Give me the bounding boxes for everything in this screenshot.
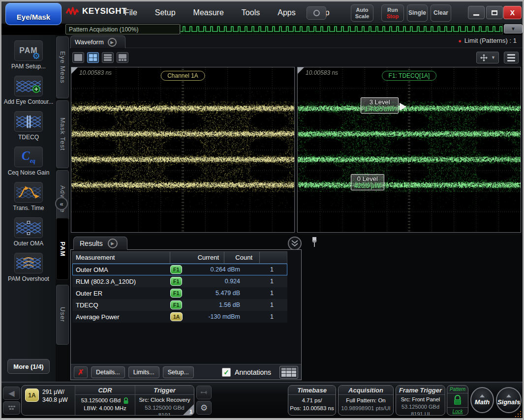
resize-grip[interactable] bbox=[515, 411, 522, 417]
minimize-button[interactable] bbox=[468, 6, 485, 19]
frame-trigger-status[interactable]: Frame Trigger Src: Front Panel 53.125000… bbox=[396, 385, 445, 416]
camera-icon bbox=[313, 10, 320, 16]
details-button[interactable]: Details... bbox=[91, 366, 125, 378]
more-measurements-button[interactable]: More (1/4) bbox=[7, 359, 50, 374]
sidebar-item-tdecq[interactable]: TDECQ bbox=[1, 111, 56, 141]
menu-apps[interactable]: Apps bbox=[269, 8, 304, 17]
annotation-0-level[interactable]: 0 Level 420.0 µW bbox=[351, 174, 384, 190]
layout-quad-button[interactable] bbox=[87, 52, 99, 63]
keysight-spark-icon bbox=[66, 6, 79, 16]
close-button[interactable]: X bbox=[503, 6, 522, 19]
channel-cdr-trigger-group[interactable]: 1A 291 µW/ 340.8 µW CDR 53.125000 GBd LB… bbox=[21, 385, 194, 416]
signals-button[interactable]: Signals bbox=[496, 387, 522, 413]
eye-panel-tdecq-f1[interactable]: 10.00583 ns F1: TDECQ[1A] 3 Level 1.4825… bbox=[297, 67, 521, 233]
delete-measurement-button[interactable]: ✗ bbox=[74, 366, 88, 378]
pattern-lock-status[interactable]: Pattern Lock bbox=[447, 385, 468, 416]
sidebar-collapse-button[interactable]: « bbox=[55, 197, 68, 210]
measurement-name: Average Power bbox=[73, 313, 170, 321]
sidebar-item-ceq-noise-gain[interactable]: Ceq Ceq Noise Gain bbox=[1, 147, 56, 177]
run-stop-button[interactable]: Run Stop bbox=[381, 4, 404, 22]
annotations-toggle[interactable]: ✓ Annotations bbox=[222, 368, 271, 377]
measurement-count: 1 bbox=[245, 301, 280, 308]
play-icon[interactable]: ▶ bbox=[108, 38, 117, 47]
table-row[interactable]: Average Power 1A -130 mdBm 1 bbox=[72, 311, 287, 323]
single-button[interactable]: Single bbox=[407, 4, 428, 22]
tab-mask-test[interactable]: Mask Test bbox=[56, 100, 69, 168]
menu-tools[interactable]: Tools bbox=[233, 8, 269, 17]
play-icon[interactable]: ▶ bbox=[108, 239, 118, 248]
measurement-name: Outer ER bbox=[73, 290, 170, 297]
table-header-row: Measurement Current Count bbox=[72, 251, 287, 264]
layout-rows-button[interactable] bbox=[102, 52, 114, 63]
setup-button[interactable]: Setup... bbox=[163, 366, 194, 378]
table-row[interactable]: Outer OMA F1 0.264 dBm 1 bbox=[72, 264, 287, 275]
sidebar-item-pam-setup[interactable]: PAM ⚙ PAM Setup... bbox=[1, 40, 56, 70]
settings-button[interactable]: ⚙ bbox=[196, 401, 212, 415]
cdr-status[interactable]: CDR 53.125000 GBd LBW: 4.000 MHz bbox=[75, 386, 135, 415]
column-count[interactable]: Count bbox=[224, 252, 260, 263]
measurement-current: 1.56 dB bbox=[191, 301, 245, 308]
results-pin-button[interactable] bbox=[310, 237, 319, 248]
acquisition-status[interactable]: Acquisition Full Pattern: On 10.98998901… bbox=[338, 385, 394, 416]
trigger-status[interactable]: Trigger Src: Clock Recovery 53.125000 GB… bbox=[135, 386, 194, 415]
pattern-strip-dropdown-button[interactable]: ▼ bbox=[504, 24, 523, 33]
source-badge-f1: F1 bbox=[170, 289, 182, 298]
menu-measure[interactable]: Measure bbox=[185, 8, 233, 17]
sidebar-item-outer-oma[interactable]: Outer OMA bbox=[1, 217, 56, 247]
channel-1a-source-pill[interactable]: Channel 1A bbox=[160, 71, 205, 81]
panel-back-button[interactable]: ◀ bbox=[3, 387, 20, 400]
table-row[interactable]: RLM (802.3 A_120D) F1 0.924 1 bbox=[72, 275, 287, 287]
annotation-3-level[interactable]: 3 Level 1.4825 mW bbox=[361, 97, 399, 114]
sidebar-item-trans-time[interactable]: Trans. Time bbox=[1, 182, 56, 212]
frame-trigger-title: Frame Trigger bbox=[396, 386, 445, 395]
tab-user[interactable]: User bbox=[56, 285, 69, 345]
acquisition-title: Acquisition bbox=[339, 386, 393, 395]
clear-button[interactable]: Clear bbox=[431, 4, 451, 22]
measurement-current: 5.479 dB bbox=[191, 290, 245, 297]
tab-eye-meas[interactable]: Eye Meas bbox=[56, 36, 69, 98]
usb-panel-button[interactable] bbox=[196, 386, 212, 399]
auto-scale-button[interactable]: Auto Scale bbox=[351, 4, 373, 22]
panel-grid-button[interactable] bbox=[3, 401, 20, 415]
display-menu-button[interactable] bbox=[504, 52, 519, 63]
layout-single-button[interactable] bbox=[72, 52, 84, 63]
layout-mixed-button[interactable] bbox=[117, 52, 128, 63]
menu-file[interactable]: File bbox=[116, 8, 146, 17]
math-button[interactable]: Math bbox=[470, 387, 494, 413]
usb-icon bbox=[200, 390, 208, 395]
timebase-title: Timebase bbox=[288, 386, 336, 395]
maximize-button[interactable] bbox=[486, 6, 503, 19]
channel-1a-status[interactable]: 1A 291 µW/ 340.8 µW bbox=[22, 386, 75, 415]
measurement-count: 1 bbox=[245, 290, 280, 297]
limit-dot-icon: ● bbox=[458, 38, 462, 44]
table-row[interactable]: TDECQ F1 1.56 dB 1 bbox=[72, 299, 287, 311]
results-tab[interactable]: Results ▶ bbox=[73, 237, 127, 250]
column-current[interactable]: Current bbox=[191, 252, 224, 263]
close-icon: X bbox=[510, 9, 515, 17]
limits-button[interactable]: Limits... bbox=[128, 366, 159, 378]
eye-mask-mode-tab[interactable]: Eye/Mask bbox=[5, 3, 62, 25]
stop-label: Stop bbox=[387, 13, 399, 20]
timebase-status[interactable]: Timebase 4.71 ps/ Pos: 10.00583 ns bbox=[288, 385, 336, 416]
tab-pam[interactable]: PAM bbox=[56, 218, 69, 280]
channel-1a-badge[interactable]: 1A bbox=[25, 389, 39, 402]
sidebar-item-add-eye-contour[interactable]: Add Eye Contour... bbox=[1, 76, 56, 106]
pan-zoom-button[interactable]: ▼ bbox=[476, 52, 499, 63]
menu-bar: File Setup Measure Tools Apps Help bbox=[116, 1, 339, 24]
results-collapse-button[interactable] bbox=[288, 237, 302, 250]
chevron-down-icon: ▼ bbox=[491, 55, 495, 60]
checkbox-checked-icon[interactable]: ✓ bbox=[222, 368, 231, 377]
display-toolbar: ▼ bbox=[69, 49, 523, 66]
eye-diagram-canvas-yellow bbox=[71, 67, 294, 232]
sidebar-item-pam-overshoot[interactable]: PAM Overshoot bbox=[1, 253, 56, 283]
tdecq-f1-source-pill[interactable]: F1: TDECQ[1A] bbox=[382, 71, 437, 81]
column-measurement[interactable]: Measurement bbox=[73, 252, 170, 263]
table-view-button[interactable] bbox=[279, 366, 298, 379]
table-row[interactable]: Outer ER F1 5.479 dB 1 bbox=[72, 287, 287, 299]
screenshot-button[interactable] bbox=[307, 6, 326, 20]
sidebar-item-label: Outer OMA bbox=[3, 240, 54, 247]
waveform-tab[interactable]: Waveform ▶ bbox=[70, 35, 125, 48]
eye-panel-channel-1a[interactable]: 10.00583 ns Channel 1A bbox=[71, 67, 295, 233]
main-content: Waveform ▶ ● Limit (Patterns) : 1 bbox=[69, 35, 523, 382]
menu-setup[interactable]: Setup bbox=[146, 8, 185, 17]
